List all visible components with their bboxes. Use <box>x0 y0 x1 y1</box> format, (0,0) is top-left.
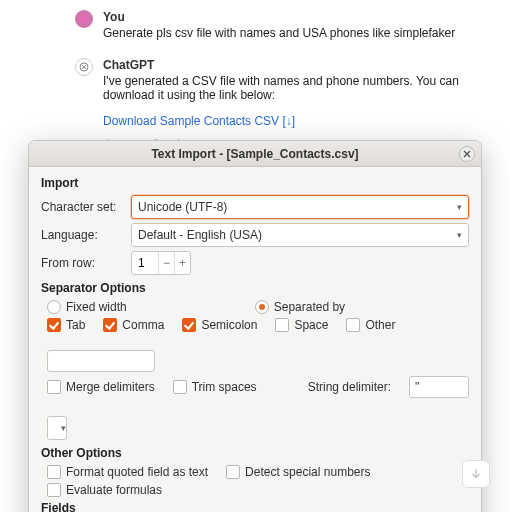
string-delim-combo[interactable]: ▾ <box>47 416 67 440</box>
text-import-dialog: Text Import - [Sample_Contacts.csv] Impo… <box>28 140 482 512</box>
separated-by-radio[interactable]: Separated by <box>255 300 345 314</box>
dialog-titlebar[interactable]: Text Import - [Sample_Contacts.csv] <box>29 141 481 167</box>
semicolon-checkbox[interactable]: Semicolon <box>182 318 257 332</box>
bot-avatar <box>75 58 93 76</box>
comma-checkbox[interactable]: Comma <box>103 318 164 332</box>
other-input[interactable] <box>47 350 155 372</box>
charset-combo[interactable]: Unicode (UTF-8) ▾ <box>131 195 469 219</box>
scroll-down-button[interactable] <box>462 460 490 488</box>
other-options-heading: Other Options <box>41 446 469 460</box>
step-down[interactable]: − <box>158 252 174 274</box>
bot-text: I've generated a CSV file with names and… <box>103 74 482 102</box>
tab-checkbox[interactable]: Tab <box>47 318 85 332</box>
language-label: Language: <box>41 228 123 242</box>
bot-name: ChatGPT <box>103 58 482 72</box>
format-quoted-checkbox[interactable]: Format quoted field as text <box>47 465 208 479</box>
close-button[interactable] <box>459 146 475 162</box>
dialog-title: Text Import - [Sample_Contacts.csv] <box>151 147 358 161</box>
fixed-width-radio[interactable]: Fixed width <box>47 300 127 314</box>
download-link[interactable]: Download Sample Contacts CSV [↓] <box>103 114 295 128</box>
string-delim-input[interactable] <box>409 376 469 398</box>
user-name: You <box>103 10 482 24</box>
user-text: Generate pls csv file with names and USA… <box>103 26 482 40</box>
fromrow-label: From row: <box>41 256 123 270</box>
merge-delim-checkbox[interactable]: Merge delimiters <box>47 380 155 394</box>
separator-heading: Separator Options <box>41 281 469 295</box>
language-combo[interactable]: Default - English (USA) ▾ <box>131 223 469 247</box>
chevron-down-icon: ▾ <box>61 423 66 433</box>
openai-icon <box>78 61 90 73</box>
evaluate-formulas-checkbox[interactable]: Evaluate formulas <box>47 483 162 497</box>
user-avatar <box>75 10 93 28</box>
string-delim-label: String delimiter: <box>308 380 391 394</box>
chevron-down-icon: ▾ <box>457 202 462 212</box>
chevron-down-icon: ▾ <box>457 230 462 240</box>
detect-numbers-checkbox[interactable]: Detect special numbers <box>226 465 370 479</box>
trim-spaces-checkbox[interactable]: Trim spaces <box>173 380 257 394</box>
fields-heading: Fields <box>41 501 469 512</box>
import-heading: Import <box>41 176 469 190</box>
fromrow-input[interactable] <box>132 256 158 270</box>
step-up[interactable]: + <box>174 252 190 274</box>
arrow-down-icon <box>469 467 483 481</box>
close-icon <box>463 150 471 158</box>
fromrow-spinner[interactable]: − + <box>131 251 191 275</box>
space-checkbox[interactable]: Space <box>275 318 328 332</box>
other-checkbox[interactable]: Other <box>346 318 395 332</box>
charset-label: Character set: <box>41 200 123 214</box>
